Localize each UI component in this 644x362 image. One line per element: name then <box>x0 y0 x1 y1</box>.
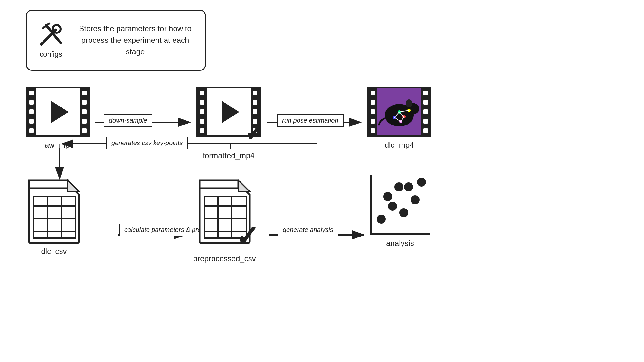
formatted-mp4-film-strip: ✓ <box>196 87 261 137</box>
preprocessed-csv-doc-icon: ✓ <box>196 177 253 243</box>
mouse-pose-icon <box>378 94 420 130</box>
dlc-csv-doc-icon <box>26 177 82 243</box>
config-box: configs Stores the parameters for how to… <box>26 10 206 71</box>
tools-icon <box>38 22 64 48</box>
film-hole <box>371 109 375 114</box>
film-hole <box>423 128 428 133</box>
film-hole <box>371 119 375 124</box>
scatter-dot <box>388 202 397 211</box>
film-hole <box>371 128 375 133</box>
film-hole <box>371 100 375 105</box>
generate-analysis-label: generate analysis <box>278 224 338 236</box>
diagram-container: configs Stores the parameters for how to… <box>0 0 644 362</box>
film-hole <box>371 91 375 95</box>
film-hole <box>200 91 204 95</box>
film-hole <box>423 100 428 105</box>
film-hole <box>29 91 34 95</box>
film-hole <box>423 119 428 124</box>
film-hole <box>82 91 87 95</box>
scatter-dot <box>404 182 413 191</box>
preprocessed-csv-checkmark: ✓ <box>235 222 259 251</box>
svg-point-14 <box>406 99 412 107</box>
dlc-mp4-label: dlc_mp4 <box>385 141 414 150</box>
run-pose-label: run pose estimation <box>277 114 344 127</box>
dlc-mp4-film-strip <box>367 87 431 137</box>
film-hole <box>253 100 257 105</box>
config-label: configs <box>40 50 62 59</box>
document-icon <box>26 177 82 245</box>
film-hole <box>253 91 257 95</box>
generates-csv-label: generates csv key-points <box>106 137 188 149</box>
film-hole <box>82 119 87 124</box>
config-description: Stores the parameters for how to process… <box>75 23 195 58</box>
film-hole <box>253 109 257 114</box>
film-hole <box>29 119 34 124</box>
scatter-dot <box>377 215 386 224</box>
film-hole <box>423 91 428 95</box>
raw-mp4-node: raw_mp4 <box>26 87 90 150</box>
analysis-label: analysis <box>386 239 414 248</box>
formatted-mp4-label: formatted_mp4 <box>203 151 254 160</box>
dlc-csv-node: dlc_csv <box>26 177 82 256</box>
film-hole <box>423 109 428 114</box>
raw-mp4-label: raw_mp4 <box>42 141 74 150</box>
dlc-csv-label: dlc_csv <box>41 247 67 256</box>
film-hole <box>82 109 87 114</box>
film-holes-right <box>80 88 89 135</box>
preprocessed-csv-node: ✓ preprocessed_csv <box>193 177 256 263</box>
scatter-dot <box>417 178 426 187</box>
film-hole <box>200 119 204 124</box>
film-hole <box>29 109 34 114</box>
play-icon <box>51 101 69 123</box>
film-holes-left <box>27 88 36 135</box>
play-icon <box>222 101 239 123</box>
scatter-dot <box>383 192 392 201</box>
scatter-dot <box>394 182 403 191</box>
scatter-dot <box>411 195 420 204</box>
dlc-mp4-film-content <box>377 88 421 135</box>
film-hole <box>200 109 204 114</box>
dlc-mp4-node: dlc_mp4 <box>367 87 431 150</box>
analysis-scatter-icon <box>370 175 430 235</box>
down-sample-label: down-sample <box>104 114 152 127</box>
film-hole <box>200 128 204 133</box>
analysis-node: analysis <box>370 175 430 248</box>
film-hole <box>200 100 204 105</box>
svg-point-1 <box>53 25 61 33</box>
formatted-mp4-checkmark: ✓ <box>244 121 264 145</box>
film-hole <box>29 128 34 133</box>
config-icon-group: configs <box>36 22 65 59</box>
preprocessed-csv-label: preprocessed_csv <box>193 254 256 263</box>
film-holes-left <box>368 88 377 135</box>
film-hole <box>82 100 87 105</box>
formatted-mp4-node: ✓ formatted_mp4 <box>196 87 261 160</box>
film-holes-left <box>198 88 207 135</box>
film-hole <box>82 128 87 133</box>
raw-mp4-film-strip <box>26 87 90 137</box>
scatter-dot <box>399 208 408 217</box>
film-hole <box>29 100 34 105</box>
raw-mp4-film-content <box>36 88 80 135</box>
film-holes-right <box>421 88 430 135</box>
